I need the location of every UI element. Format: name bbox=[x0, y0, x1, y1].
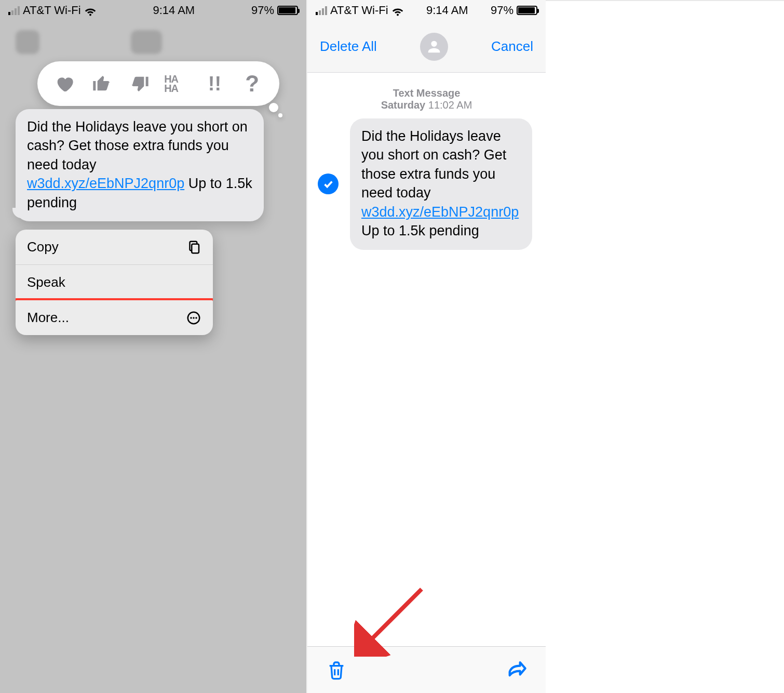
delete-all-button[interactable]: Delete All bbox=[320, 38, 377, 55]
tapback-tail bbox=[278, 113, 282, 117]
message-text: Did the Holidays leave you short on cash… bbox=[27, 119, 248, 172]
copy-button[interactable]: Copy bbox=[16, 230, 213, 265]
message-row[interactable]: Did the Holidays leave you short on cash… bbox=[307, 111, 546, 250]
message-text: Did the Holidays leave you short on cash… bbox=[361, 128, 506, 201]
cancel-button[interactable]: Cancel bbox=[491, 38, 533, 55]
carrier-label: AT&T Wi-Fi bbox=[330, 4, 388, 17]
message-link[interactable]: w3dd.xyz/eEbNPJ2qnr0p bbox=[27, 176, 184, 191]
annotation-highlight: More... bbox=[16, 298, 213, 335]
ellipsis-circle-icon bbox=[186, 310, 201, 326]
question-icon[interactable]: ? bbox=[239, 71, 265, 97]
haha-icon[interactable]: HA HA bbox=[164, 71, 190, 97]
selection-checkmark[interactable] bbox=[318, 174, 339, 194]
heart-icon[interactable] bbox=[51, 71, 77, 97]
action-menu: Copy Speak More... bbox=[16, 230, 213, 335]
wifi-icon bbox=[84, 4, 97, 17]
svg-rect-1 bbox=[192, 244, 199, 253]
status-bar: AT&T Wi-Fi 9:14 AM 97% bbox=[307, 0, 546, 21]
speak-button[interactable]: Speak bbox=[16, 265, 213, 300]
nav-bar: Delete All Cancel bbox=[307, 21, 546, 73]
check-icon bbox=[322, 178, 334, 190]
message-link[interactable]: w3dd.xyz/eEbNPJ2qnr0p bbox=[361, 204, 519, 220]
battery-pct-label: 97% bbox=[491, 4, 513, 17]
message-text: Up to 1.5k pending bbox=[361, 223, 479, 238]
emphasis-icon[interactable]: !! bbox=[201, 71, 227, 97]
carrier-label: AT&T Wi-Fi bbox=[23, 4, 81, 17]
thumbs-down-icon[interactable] bbox=[127, 71, 153, 97]
context-menu-screen: AT&T Wi-Fi 9:14 AM 97% bbox=[0, 0, 306, 693]
tapback-tail bbox=[269, 103, 278, 112]
trash-icon[interactable] bbox=[326, 660, 347, 681]
clock-label: 9:14 AM bbox=[426, 4, 468, 17]
svg-point-5 bbox=[195, 317, 197, 319]
select-mode-screen: AT&T Wi-Fi 9:14 AM 97% Delete All Cancel… bbox=[306, 0, 546, 693]
status-bar: AT&T Wi-Fi 9:14 AM 97% bbox=[0, 0, 306, 21]
thumbs-up-icon[interactable] bbox=[89, 71, 115, 97]
message-bubble[interactable]: Did the Holidays leave you short on cash… bbox=[16, 109, 264, 221]
signal-icon bbox=[8, 6, 20, 15]
more-button[interactable]: More... bbox=[16, 300, 213, 335]
speak-label: Speak bbox=[27, 274, 65, 290]
more-label: More... bbox=[27, 310, 69, 326]
avatar[interactable] bbox=[420, 33, 448, 61]
svg-point-3 bbox=[190, 317, 192, 319]
copy-icon bbox=[186, 239, 201, 255]
battery-icon bbox=[277, 6, 298, 15]
message-bubble[interactable]: Did the Holidays leave you short on cash… bbox=[350, 118, 532, 250]
person-icon bbox=[425, 38, 443, 56]
wifi-icon bbox=[391, 4, 404, 17]
blank-area bbox=[546, 0, 784, 693]
svg-line-6 bbox=[364, 589, 422, 646]
battery-pct-label: 97% bbox=[251, 4, 274, 17]
tapback-bar: HA HA !! ? bbox=[37, 61, 279, 106]
message-timestamp: Text Message Saturday 11:02 AM bbox=[307, 87, 546, 111]
bottom-toolbar bbox=[307, 646, 546, 693]
annotation-arrow bbox=[354, 584, 427, 657]
battery-icon bbox=[517, 6, 537, 15]
svg-point-4 bbox=[193, 317, 195, 319]
clock-label: 9:14 AM bbox=[153, 4, 195, 17]
blurred-nav bbox=[0, 21, 306, 68]
signal-icon bbox=[316, 6, 327, 15]
copy-label: Copy bbox=[27, 239, 59, 255]
forward-icon[interactable] bbox=[506, 660, 527, 681]
